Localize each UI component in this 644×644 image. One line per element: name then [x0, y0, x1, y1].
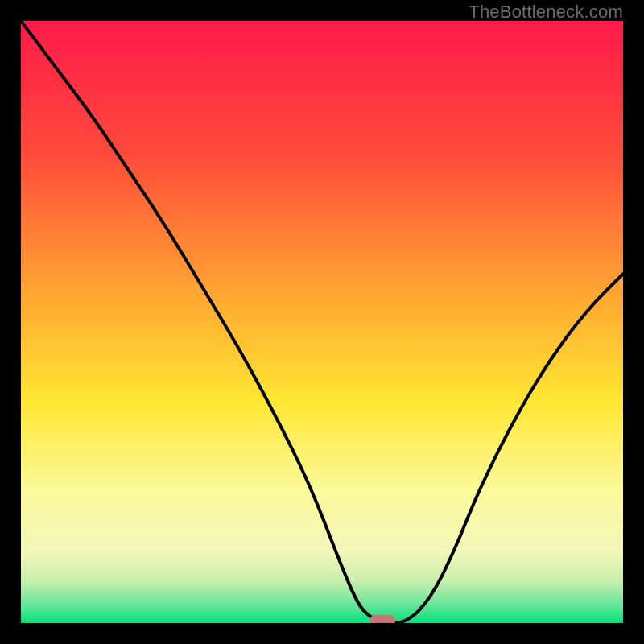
- bottleneck-curve: [21, 21, 623, 623]
- watermark-text: TheBottleneck.com: [469, 2, 623, 23]
- chart-frame: TheBottleneck.com: [0, 0, 644, 644]
- plot-area: [21, 21, 623, 623]
- optimal-point-marker: [369, 615, 395, 623]
